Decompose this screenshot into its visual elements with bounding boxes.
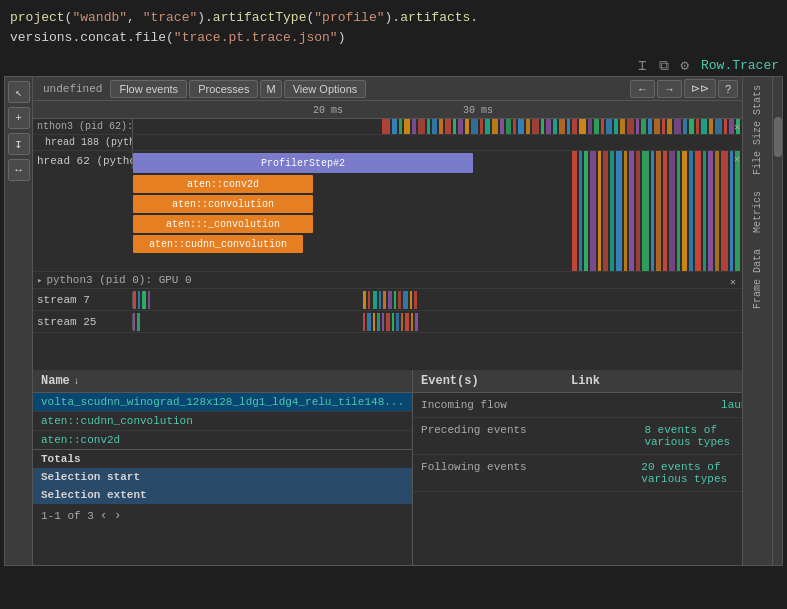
svg-rect-32 xyxy=(601,119,604,134)
svg-rect-44 xyxy=(683,119,687,134)
svg-rect-43 xyxy=(674,119,681,134)
svg-rect-41 xyxy=(662,119,665,134)
svg-rect-7 xyxy=(432,119,437,134)
selection-start-row: Selection start xyxy=(33,468,412,486)
copy-icon[interactable]: ⧉ xyxy=(659,58,669,74)
svg-rect-36 xyxy=(627,119,634,134)
conv2d-bar[interactable]: aten::conv2d xyxy=(133,175,313,193)
svg-rect-97 xyxy=(367,313,371,331)
svg-rect-47 xyxy=(701,119,707,134)
code-fn-project: project xyxy=(10,10,65,25)
svg-rect-17 xyxy=(500,119,504,134)
convolution-bar[interactable]: aten::convolution xyxy=(133,195,313,213)
svg-rect-4 xyxy=(412,119,416,134)
svg-rect-24 xyxy=(546,119,551,134)
svg-rect-94 xyxy=(133,313,135,331)
svg-rect-102 xyxy=(392,313,394,331)
frame-data-label[interactable]: Frame Data xyxy=(748,241,767,317)
nav-question-btn[interactable]: ? xyxy=(718,80,738,98)
view-options-btn[interactable]: View Options xyxy=(284,80,367,98)
totals-row: Totals xyxy=(33,449,412,468)
svg-rect-54 xyxy=(579,151,582,271)
svg-rect-18 xyxy=(506,119,511,134)
svg-rect-70 xyxy=(682,151,687,271)
svg-rect-64 xyxy=(642,151,649,271)
stream-25-label: stream 25 xyxy=(33,314,133,330)
following-link[interactable]: 20 events of various types xyxy=(641,461,742,485)
expand-tool[interactable]: ↔ xyxy=(8,159,30,181)
preceding-label: Preceding events xyxy=(421,424,533,436)
events-col-header: Event(s) xyxy=(421,374,571,388)
following-events-row: Following events 20 events of various ty… xyxy=(413,455,742,492)
nav-left-btn[interactable]: ← xyxy=(630,80,655,98)
svg-rect-88 xyxy=(388,291,392,309)
events-panel: Event(s) Link Incoming flow launch Prece… xyxy=(413,370,742,565)
thread-62-content: ✕ ProfilerStep#2 aten::conv2d aten::conv… xyxy=(133,151,742,271)
following-label: Following events xyxy=(421,461,531,473)
vertical-scrollbar[interactable] xyxy=(772,77,782,565)
file-size-stats-label[interactable]: File Size Stats xyxy=(748,77,767,183)
svg-rect-105 xyxy=(405,313,409,331)
trace-content[interactable]: nthon3 (pid 62): CPU ✕ xyxy=(33,119,742,370)
svg-rect-21 xyxy=(526,119,530,134)
svg-rect-73 xyxy=(703,151,706,271)
zoom-out-tool[interactable]: ↧ xyxy=(8,133,30,155)
m-btn[interactable]: M xyxy=(260,80,281,98)
cursor-icon[interactable]: ⌶ xyxy=(638,57,646,74)
svg-rect-83 xyxy=(363,291,366,309)
close-thread-188[interactable]: ✕ xyxy=(734,121,740,133)
svg-rect-66 xyxy=(656,151,661,271)
gpu-triangle-icon[interactable]: ▸ xyxy=(37,275,42,286)
incoming-label: Incoming flow xyxy=(421,399,571,411)
processes-btn[interactable]: Processes xyxy=(189,80,258,98)
page-next-btn[interactable]: › xyxy=(114,508,122,523)
svg-rect-103 xyxy=(396,313,399,331)
svg-rect-62 xyxy=(629,151,634,271)
preceding-link[interactable]: 8 events of various types xyxy=(644,424,742,448)
metrics-label[interactable]: Metrics xyxy=(748,183,767,241)
table-row-1[interactable]: volta_scudnn_winograd_128x128_ldg1_ldg4_… xyxy=(33,393,412,412)
svg-rect-26 xyxy=(559,119,565,134)
code-fn-artifacttype: artifactType xyxy=(213,10,307,25)
svg-rect-49 xyxy=(715,119,722,134)
svg-rect-84 xyxy=(368,291,370,309)
svg-rect-14 xyxy=(480,119,483,134)
preceding-events-row: Preceding events 8 events of various typ… xyxy=(413,418,742,455)
nav-right-btn[interactable]: → xyxy=(657,80,682,98)
arrow-tool[interactable]: ↖ xyxy=(8,81,30,103)
thread-188-header: nthon3 (pid 62): CPU ✕ xyxy=(33,119,742,135)
row-tracer-label[interactable]: Row.Tracer xyxy=(701,58,779,73)
svg-rect-74 xyxy=(708,151,713,271)
flow-events-btn[interactable]: Flow events xyxy=(110,80,187,98)
gear-icon[interactable]: ⚙ xyxy=(681,57,689,74)
svg-rect-56 xyxy=(590,151,596,271)
stream-7-row: stream 7 xyxy=(33,289,742,311)
conv2d-bar2[interactable]: aten:::_convolution xyxy=(133,215,313,233)
close-gpu[interactable]: ✕ xyxy=(730,276,736,288)
svg-rect-99 xyxy=(377,313,380,331)
pagination: 1-1 of 3 ‹ › xyxy=(33,504,412,527)
stream-7-label: stream 7 xyxy=(33,292,133,308)
close-thread-62[interactable]: ✕ xyxy=(734,153,740,165)
table-row-3[interactable]: aten::conv2d xyxy=(33,431,412,449)
svg-rect-91 xyxy=(403,291,408,309)
svg-rect-29 xyxy=(579,119,586,134)
svg-rect-55 xyxy=(584,151,588,271)
thread-188-sublabel: hread 188 (python3) xyxy=(33,135,133,150)
svg-rect-15 xyxy=(485,119,490,134)
toolbar: undefined Flow events Processes M View O… xyxy=(33,77,742,101)
code-fn-artifacts: artifacts xyxy=(400,10,470,25)
page-prev-btn[interactable]: ‹ xyxy=(100,508,108,523)
incoming-link[interactable]: launch xyxy=(721,399,742,411)
svg-rect-5 xyxy=(418,119,425,134)
zoom-in-tool[interactable]: + xyxy=(8,107,30,129)
nav-jump-btn[interactable]: ⊳⊳ xyxy=(684,79,716,98)
info-panel: Name ↓ volta_scudnn_winograd_128x128_ldg… xyxy=(33,370,742,565)
table-row-2[interactable]: aten::cudnn_convolution xyxy=(33,412,412,431)
svg-rect-13 xyxy=(471,119,478,134)
svg-rect-68 xyxy=(669,151,675,271)
profiler-step-bar[interactable]: ProfilerStep#2 xyxy=(133,153,473,173)
cudnn-bar[interactable]: aten::cudnn_convolution xyxy=(133,235,303,253)
sort-arrow-icon[interactable]: ↓ xyxy=(74,376,80,387)
svg-rect-71 xyxy=(689,151,693,271)
